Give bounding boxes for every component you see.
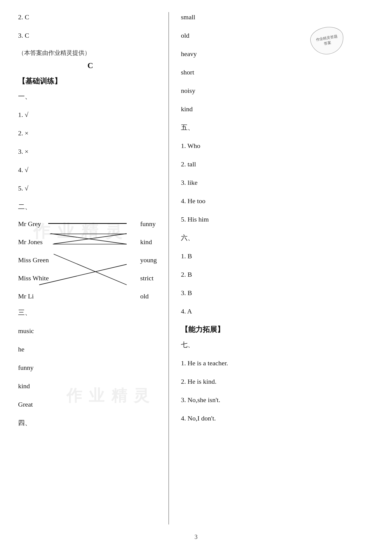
- qi-item-1: 1. He is a teacher.: [181, 358, 374, 368]
- stamp-text: 作业精灵答题答案: [316, 34, 339, 48]
- matching-diagram: 作 业 精 灵 Mr Grey Mr Jones Miss Green Miss…: [18, 220, 157, 301]
- liu-item-2: 2. B: [181, 269, 374, 279]
- yi-item-4: 4. √: [18, 165, 163, 175]
- section-er: 二、: [18, 202, 163, 212]
- qi-item-4: 4. No,I don't.: [181, 413, 374, 423]
- san-item-funny: funny: [18, 363, 163, 373]
- svg-line-6: [54, 254, 127, 285]
- liu-item-1: 1. B: [181, 251, 374, 261]
- san-item-he: he: [18, 344, 163, 354]
- si-item-kind: kind: [181, 104, 374, 114]
- section-liu: 六、: [181, 233, 374, 243]
- wu-item-4: 4. He too: [181, 196, 374, 206]
- matching-lines-svg: [18, 220, 157, 301]
- wu-item-2: 2. tall: [181, 159, 374, 169]
- wu-item-3: 3. like: [181, 178, 374, 187]
- section-san: 三、: [18, 307, 163, 317]
- svg-line-5: [54, 234, 127, 244]
- svg-line-7: [39, 264, 127, 285]
- liu-item-4: 4. A: [181, 306, 374, 316]
- yi-item-5: 5. √: [18, 183, 163, 193]
- si-item-short: short: [181, 67, 374, 77]
- yi-item-2: 2. ×: [18, 128, 163, 138]
- yi-item-1: 1. √: [18, 110, 163, 120]
- jichuxunlian-header: 【基础训练】: [18, 76, 163, 86]
- si-item-old: old: [181, 30, 374, 40]
- san-section: music he funny kind Great 作 业 精 灵: [18, 326, 163, 409]
- section-si: 四、: [18, 418, 163, 428]
- item-2c: 2. C: [18, 12, 163, 22]
- page-number: 3: [18, 534, 374, 540]
- left-column: 2. C 3. C （本答案由作业精灵提供） C 【基础训练】 一、 1. √ …: [18, 12, 169, 524]
- yi-item-3: 3. ×: [18, 146, 163, 156]
- qi-item-2: 2. He is kind.: [181, 376, 374, 386]
- si-item-heavy: heavy: [181, 49, 374, 59]
- san-item-kind: kind: [18, 381, 163, 391]
- section-qi: 七、: [181, 340, 374, 350]
- liu-item-3: 3. B: [181, 288, 374, 298]
- si-item-small: small: [181, 12, 374, 22]
- qi-item-3: 3. No,she isn't.: [181, 395, 374, 405]
- san-item-great: Great: [18, 399, 163, 409]
- right-column: small old heavy short noisy kind 五、 1. W…: [169, 12, 374, 524]
- wu-item-1: 1. Who: [181, 141, 374, 151]
- nenglituozhan-header: 【能力拓展】: [181, 325, 374, 334]
- wu-item-5: 5. His him: [181, 214, 374, 224]
- item-3c: 3. C: [18, 30, 163, 40]
- san-item-music: music: [18, 326, 163, 336]
- note-text: （本答案由作业精灵提供）: [18, 49, 163, 57]
- si-item-noisy: noisy: [181, 86, 374, 96]
- section-c-label: C: [18, 61, 163, 70]
- section-yi: 一、: [18, 91, 163, 101]
- section-wu: 五、: [181, 122, 374, 132]
